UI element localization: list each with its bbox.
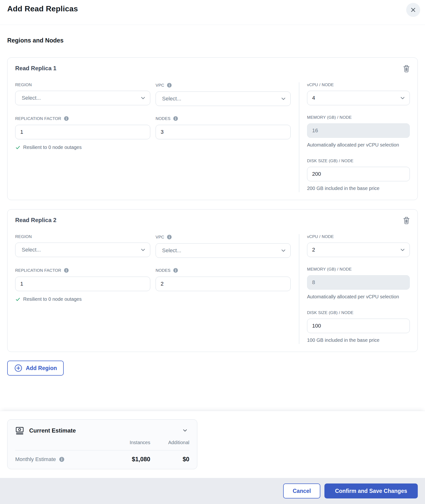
region-select-placeholder: Select...	[20, 95, 41, 101]
current-estimate-card: Current Estimate Instances Additional Mo…	[7, 419, 197, 469]
vcpu-select-value: 2	[312, 247, 315, 253]
cancel-button[interactable]: Cancel	[283, 483, 320, 498]
delete-replica-button[interactable]	[401, 63, 412, 75]
region-select[interactable]: Select...	[15, 243, 150, 257]
monthly-estimate-instances-value: $1,080	[114, 456, 150, 463]
dialog-footer: Cancel Confirm and Save Changes	[0, 478, 425, 504]
dialog-title: Add Read Replicas	[7, 3, 78, 13]
nodes-label: NODES	[156, 116, 291, 121]
nodes-input[interactable]	[156, 125, 291, 139]
vcpu-field-group: vCPU / NODE 2	[307, 234, 410, 257]
chevron-down-icon	[140, 247, 146, 253]
replica-fields: REGION Select... VPC Select...	[15, 82, 410, 192]
memory-field-group: MEMORY (GB) / NODE Automatically allocat…	[307, 267, 410, 301]
region-field-group: REGION Select...	[15, 82, 150, 106]
disk-field-group: DISK SIZE (GB) / NODE 100 GB included in…	[307, 310, 410, 344]
trash-icon	[402, 64, 411, 73]
disk-field-group: DISK SIZE (GB) / NODE 200 GB included in…	[307, 158, 410, 192]
chevron-down-icon	[182, 427, 188, 434]
vcpu-select[interactable]: 2	[307, 243, 410, 257]
vcpu-select-value: 4	[312, 95, 315, 101]
vpc-field-group: VPC Select...	[156, 234, 291, 258]
estimate-column-instances: Instances	[114, 440, 150, 445]
read-replica-1-card: Read Replica 1 REGION Select...	[7, 57, 418, 200]
replication-factor-input[interactable]	[15, 277, 150, 291]
vcpu-select[interactable]: 4	[307, 91, 410, 105]
estimate-column-headers: Instances Additional	[15, 440, 189, 445]
vpc-select[interactable]: Select...	[156, 243, 291, 258]
check-icon	[15, 145, 21, 150]
chevron-down-icon	[280, 247, 287, 254]
chevron-down-icon	[140, 95, 146, 101]
replica-instance-column: vCPU / NODE 4 MEMORY (GB) / NODE Automat…	[299, 82, 410, 192]
vpc-label: VPC	[156, 82, 291, 88]
estimate-column-additional: Additional	[150, 440, 189, 445]
resilience-note: Resilient to 0 node outages	[15, 145, 150, 150]
region-field-group: REGION Select...	[15, 234, 150, 258]
region-select[interactable]: Select...	[15, 91, 150, 105]
vpc-select-placeholder: Select...	[161, 247, 181, 254]
add-region-button[interactable]: Add Region	[7, 361, 64, 376]
close-button[interactable]	[406, 3, 420, 17]
replica-left-columns: REGION Select... VPC Select...	[15, 234, 299, 344]
info-icon[interactable]	[63, 116, 69, 121]
plus-circle-icon	[14, 364, 23, 372]
chevron-down-icon	[280, 96, 287, 102]
estimate-section: Current Estimate Instances Additional Mo…	[0, 411, 425, 478]
add-region-label: Add Region	[26, 365, 57, 371]
monthly-estimate-row: Monthly Estimate $1,080 $0	[15, 450, 189, 469]
memory-label: MEMORY (GB) / NODE	[307, 267, 410, 272]
replica-left-columns: REGION Select... VPC Select...	[15, 82, 299, 192]
memory-field-group: MEMORY (GB) / NODE Automatically allocat…	[307, 115, 410, 149]
vcpu-field-group: vCPU / NODE 4	[307, 82, 410, 105]
region-select-placeholder: Select...	[20, 247, 41, 253]
info-icon[interactable]	[173, 267, 178, 273]
disk-size-input[interactable]	[307, 319, 410, 333]
estimate-header: Current Estimate	[15, 426, 189, 435]
replication-factor-label: REPLICATION FACTOR	[15, 267, 150, 273]
vcpu-label: vCPU / NODE	[307, 234, 410, 239]
estimate-title: Current Estimate	[29, 427, 176, 434]
info-icon[interactable]	[166, 82, 172, 88]
replica-instance-column: vCPU / NODE 2 MEMORY (GB) / NODE Automat…	[299, 234, 410, 344]
disk-size-input[interactable]	[307, 167, 410, 181]
nodes-label: NODES	[156, 267, 291, 273]
banknote-icon	[15, 426, 25, 435]
section-title: Regions and Nodes	[7, 37, 418, 44]
chevron-down-icon	[399, 247, 406, 253]
region-label: REGION	[15, 82, 150, 87]
dialog-body: Regions and Nodes Read Replica 1 REGION …	[0, 25, 425, 411]
memory-helper-text: Automatically allocated per vCPU selecti…	[307, 141, 405, 149]
close-icon	[410, 7, 416, 13]
region-label: REGION	[15, 234, 150, 239]
vcpu-label: vCPU / NODE	[307, 82, 410, 87]
vpc-select-placeholder: Select...	[161, 96, 181, 102]
vpc-label: VPC	[156, 234, 291, 240]
memory-input	[307, 123, 410, 138]
memory-input	[307, 275, 410, 290]
replica-fields: REGION Select... VPC Select...	[15, 234, 410, 344]
delete-replica-button[interactable]	[401, 215, 412, 227]
trash-icon	[402, 216, 411, 225]
info-icon[interactable]	[173, 116, 178, 121]
vpc-select[interactable]: Select...	[156, 91, 291, 106]
chevron-down-icon	[399, 95, 406, 101]
memory-label: MEMORY (GB) / NODE	[307, 115, 410, 120]
dialog-header: Add Read Replicas	[0, 0, 425, 25]
replication-factor-field-group: REPLICATION FACTOR Resilient to 0 node o…	[15, 116, 150, 150]
nodes-input[interactable]	[156, 277, 291, 291]
info-icon[interactable]	[63, 267, 69, 273]
resilience-note: Resilient to 0 node outages	[15, 296, 150, 302]
disk-helper-text: 100 GB included in the base price	[307, 336, 410, 344]
estimate-collapse-button[interactable]	[181, 426, 189, 435]
info-icon[interactable]	[166, 234, 172, 240]
vpc-field-group: VPC Select...	[156, 82, 291, 106]
confirm-save-button[interactable]: Confirm and Save Changes	[324, 483, 418, 498]
info-icon[interactable]	[59, 456, 65, 462]
check-icon	[15, 297, 21, 302]
memory-helper-text: Automatically allocated per vCPU selecti…	[307, 293, 405, 301]
read-replica-2-card: Read Replica 2 REGION Select...	[7, 209, 418, 352]
replication-factor-input[interactable]	[15, 125, 150, 139]
replication-factor-field-group: REPLICATION FACTOR Resilient to 0 node o…	[15, 267, 150, 302]
disk-size-label: DISK SIZE (GB) / NODE	[307, 158, 410, 163]
